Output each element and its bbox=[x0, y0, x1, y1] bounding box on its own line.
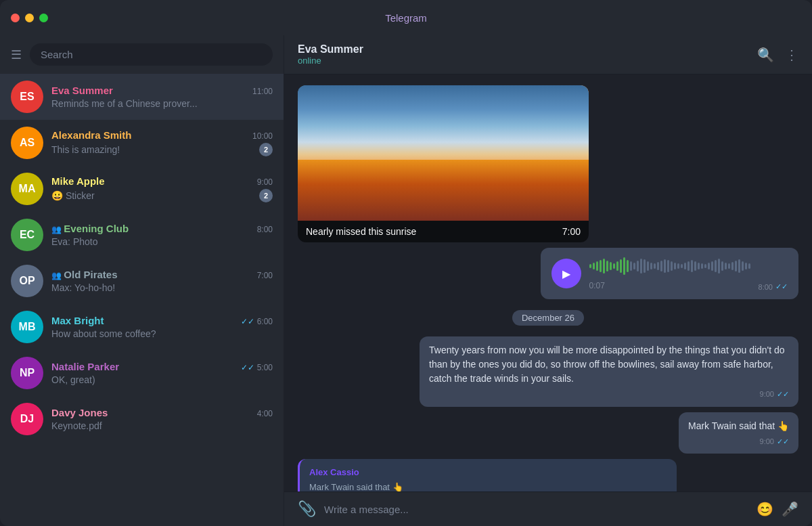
chat-top: Max Bright ✓✓ 6:00 bbox=[51, 315, 273, 326]
avatar: AS bbox=[11, 127, 43, 159]
waveform-bar bbox=[687, 261, 690, 271]
menu-icon[interactable]: ☰ bbox=[11, 47, 22, 62]
chat-info: Natalie Parker ✓✓ 5:00 OK, great) bbox=[51, 361, 273, 385]
waveform-bar bbox=[718, 259, 720, 273]
chat-preview: OK, great) bbox=[51, 374, 95, 385]
maximize-button[interactable] bbox=[39, 14, 48, 22]
chat-name: Eva Summer bbox=[51, 85, 113, 96]
chat-top: Davy Jones 4:00 bbox=[51, 407, 273, 418]
chat-info: Davy Jones 4:00 Keynote.pdf bbox=[51, 407, 273, 431]
chat-item-natalie-parker[interactable]: NP Natalie Parker ✓✓ 5:00 OK, great) bbox=[0, 350, 284, 396]
waveform-bar bbox=[701, 263, 703, 269]
date-label: December 26 bbox=[512, 310, 584, 326]
chat-name: 👥 Old Pirates bbox=[51, 269, 118, 280]
avatar: MA bbox=[11, 173, 43, 205]
image-time: 7:00 bbox=[562, 226, 581, 237]
waveform-bar bbox=[674, 263, 676, 269]
chat-preview: Max: Yo-ho-ho! bbox=[51, 282, 115, 293]
unread-badge: 2 bbox=[259, 143, 273, 156]
window-controls bbox=[11, 14, 48, 22]
chat-item-davy-jones[interactable]: DJ Davy Jones 4:00 Keynote.pdf bbox=[0, 396, 284, 442]
waveform-bar bbox=[657, 262, 659, 270]
voice-duration: 0:07 bbox=[589, 281, 605, 290]
chat-info: Mike Apple 9:00 😀 Sticker 2 bbox=[51, 175, 273, 202]
waveform-bar bbox=[694, 261, 696, 271]
mark-twain-text: Mark Twain said that 👆 bbox=[688, 420, 789, 431]
chat-top: Natalie Parker ✓✓ 5:00 bbox=[51, 361, 273, 372]
close-button[interactable] bbox=[11, 14, 20, 22]
chat-name: Mike Apple bbox=[51, 175, 105, 187]
waveform-bar bbox=[654, 263, 656, 269]
voice-message: ▶ 0:07 8:00 ✓✓ bbox=[541, 248, 798, 299]
chat-item-old-pirates[interactable]: OP 👥 Old Pirates 7:00 Max: Yo-ho-ho! bbox=[0, 258, 284, 304]
read-check: ✓✓ bbox=[241, 317, 254, 326]
chat-item-evening-club[interactable]: EC 👥 Evening Club 8:00 Eva: Photo bbox=[0, 212, 284, 258]
waveform-bar bbox=[596, 261, 598, 271]
waveform-bar bbox=[715, 260, 717, 272]
minimize-button[interactable] bbox=[25, 14, 34, 22]
waveform-bar bbox=[630, 261, 632, 271]
message-input[interactable] bbox=[324, 504, 748, 515]
chat-time: 9:00 bbox=[257, 177, 273, 187]
chat-item-alexandra-smith[interactable]: AS Alexandra Smith 10:00 This is amazing… bbox=[0, 120, 284, 166]
emoji-icon[interactable]: 😊 bbox=[757, 501, 773, 517]
chat-name: Alexandra Smith bbox=[51, 129, 131, 141]
chat-item-eva-summer[interactable]: ES Eva Summer 11:00 Reminds me of a Chin… bbox=[0, 74, 284, 120]
quote-footer: 9:00 ✓✓ bbox=[429, 389, 789, 400]
waveform-bar bbox=[745, 263, 747, 269]
chat-name: Natalie Parker bbox=[51, 361, 119, 372]
play-button[interactable]: ▶ bbox=[551, 259, 581, 288]
waveform-bar bbox=[748, 263, 750, 269]
more-icon[interactable]: ⋮ bbox=[785, 47, 798, 63]
voice-info: 0:07 bbox=[589, 256, 750, 291]
waveform-bar bbox=[731, 262, 734, 270]
waveform-bar bbox=[616, 261, 618, 271]
messages: Nearly missed this sunrise 7:00 ▶ 0:07 8… bbox=[284, 74, 812, 491]
waveform-bar bbox=[728, 263, 730, 269]
chat-preview: 😀 Sticker bbox=[51, 190, 95, 201]
quote-text: Twenty years from now you will be more d… bbox=[429, 345, 785, 384]
waveform-bar bbox=[725, 263, 727, 269]
search-icon[interactable]: 🔍 bbox=[757, 47, 774, 63]
waveform-bar bbox=[684, 263, 686, 269]
chat-top: 👥 Old Pirates 7:00 bbox=[51, 269, 273, 280]
waveform bbox=[589, 256, 750, 276]
waveform-bar bbox=[671, 261, 673, 271]
chat-top: Mike Apple 9:00 bbox=[51, 175, 273, 187]
chat-preview: Reminds me of a Chinese prover... bbox=[51, 98, 198, 109]
waveform-bar bbox=[640, 259, 642, 273]
chat-info: Alexandra Smith 10:00 This is amazing! 2 bbox=[51, 129, 273, 156]
mark-twain-message: Mark Twain said that 👆 9:00 ✓✓ bbox=[679, 412, 798, 454]
attach-icon[interactable]: 📎 bbox=[298, 500, 316, 518]
quote-message: Twenty years from now you will be more d… bbox=[420, 336, 798, 407]
search-input[interactable] bbox=[30, 43, 273, 66]
chat-time: 7:00 bbox=[257, 271, 273, 280]
reply-preview: Mark Twain said that 👆 bbox=[309, 481, 667, 492]
waveform-bar bbox=[742, 261, 744, 271]
voice-check: ✓✓ bbox=[775, 282, 788, 291]
chat-top: Alexandra Smith 10:00 bbox=[51, 129, 273, 141]
group-icon: 👥 bbox=[51, 225, 64, 234]
chat-top: 👥 Evening Club 8:00 bbox=[51, 223, 273, 234]
waveform-bar bbox=[647, 261, 649, 271]
waveform-bar bbox=[644, 259, 646, 273]
waveform-bar bbox=[620, 259, 622, 273]
waveform-bar bbox=[677, 263, 679, 269]
chat-item-max-bright[interactable]: MB Max Bright ✓✓ 6:00 How about some cof… bbox=[0, 304, 284, 350]
waveform-bar bbox=[593, 263, 595, 269]
chat-preview: How about some coffee? bbox=[51, 328, 156, 339]
chat-info: 👥 Evening Club 8:00 Eva: Photo bbox=[51, 223, 273, 247]
chat-top: Eva Summer 11:00 bbox=[51, 85, 273, 96]
avatar: EC bbox=[11, 219, 43, 251]
chat-list: ES Eva Summer 11:00 Reminds me of a Chin… bbox=[0, 74, 284, 526]
read-check: ✓✓ bbox=[241, 363, 254, 372]
chat-info: Eva Summer 11:00 Reminds me of a Chinese… bbox=[51, 85, 273, 109]
main-layout: ☰ ES Eva Summer 11:00 Reminds me of a Ch… bbox=[0, 35, 812, 526]
chat-item-mike-apple[interactable]: MA Mike Apple 9:00 😀 Sticker 2 bbox=[0, 166, 284, 212]
chat-time: 4:00 bbox=[257, 409, 273, 418]
group-icon: 👥 bbox=[51, 271, 64, 280]
chat-time: ✓✓ 5:00 bbox=[241, 363, 273, 372]
waveform-bar bbox=[589, 264, 591, 268]
quote-time: 9:00 bbox=[760, 389, 774, 400]
microphone-icon[interactable]: 🎤 bbox=[782, 501, 798, 517]
